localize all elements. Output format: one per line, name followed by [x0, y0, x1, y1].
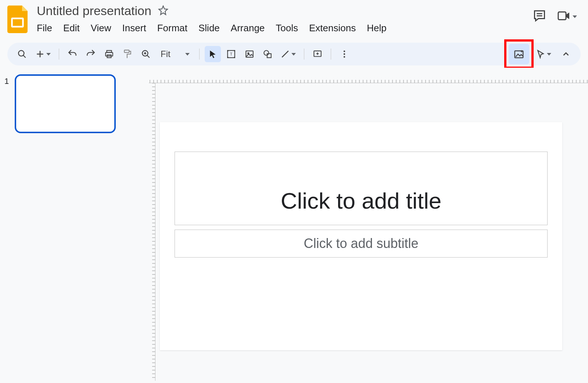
search-menus-button[interactable]: [14, 46, 30, 62]
undo-button[interactable]: [64, 46, 80, 62]
title-area: Untitled presentation File Edit View Ins…: [37, 4, 533, 34]
menu-extensions[interactable]: Extensions: [309, 22, 356, 34]
separator: [304, 49, 304, 60]
menu-format[interactable]: Format: [157, 22, 187, 34]
more-button[interactable]: [336, 46, 352, 62]
svg-line-26: [282, 51, 288, 57]
menu-view[interactable]: View: [91, 22, 111, 34]
slide-thumbnail[interactable]: [15, 74, 116, 133]
menu-help[interactable]: Help: [367, 22, 386, 34]
image-button[interactable]: [241, 46, 258, 62]
horizontal-ruler: [149, 77, 588, 83]
zoom-select[interactable]: Fit: [156, 49, 194, 59]
svg-rect-3: [558, 12, 566, 20]
text-box-button[interactable]: T: [223, 46, 239, 62]
zoom-label: Fit: [161, 49, 171, 59]
vertical-ruler: [149, 83, 155, 381]
menu-file[interactable]: File: [37, 22, 52, 34]
slides-logo[interactable]: [7, 6, 29, 33]
header: Untitled presentation File Edit View Ins…: [0, 0, 588, 40]
menu-bar: File Edit View Insert Format Slide Arran…: [37, 22, 533, 34]
separator: [331, 49, 331, 60]
subtitle-placeholder[interactable]: Click to add subtitle: [175, 230, 548, 258]
workspace: 1 Click to add title Click to add subtit…: [0, 68, 588, 381]
svg-point-32: [344, 56, 345, 57]
document-title[interactable]: Untitled presentation: [37, 4, 151, 18]
svg-line-5: [23, 55, 26, 58]
camera-icon: [557, 9, 570, 24]
svg-point-24: [264, 50, 269, 55]
svg-point-30: [344, 50, 345, 52]
separator: [199, 49, 200, 60]
menu-arrange[interactable]: Arrange: [231, 22, 265, 34]
menu-tools[interactable]: Tools: [276, 22, 298, 34]
select-tool[interactable]: [205, 46, 221, 62]
duet-ai-image-button[interactable]: [509, 44, 529, 64]
svg-rect-18: [234, 50, 235, 51]
slide-canvas[interactable]: Click to add title Click to add subtitle: [160, 122, 562, 350]
star-icon[interactable]: [158, 5, 168, 17]
paint-format-button[interactable]: [119, 46, 136, 62]
svg-rect-9: [105, 53, 113, 56]
chevron-down-icon: [291, 53, 296, 56]
canvas-area: Click to add title Click to add subtitle: [127, 68, 588, 381]
slide-panel: 1: [0, 68, 127, 381]
menu-edit[interactable]: Edit: [63, 22, 80, 34]
pointer-button[interactable]: [533, 46, 554, 62]
redo-button[interactable]: [83, 46, 99, 62]
slide-number: 1: [4, 74, 9, 374]
svg-rect-11: [124, 50, 129, 53]
svg-rect-17: [227, 50, 228, 51]
toolbar: Fit T Create image with Due: [7, 43, 581, 65]
collapse-toolbar-button[interactable]: [558, 46, 574, 62]
svg-line-13: [147, 55, 150, 58]
separator: [59, 49, 59, 60]
svg-point-31: [344, 53, 345, 55]
chevron-down-icon: [46, 53, 51, 56]
chevron-down-icon: [185, 53, 190, 56]
present-button[interactable]: [557, 9, 577, 24]
zoom-button[interactable]: [138, 46, 154, 62]
new-slide-button[interactable]: [32, 46, 54, 62]
line-button[interactable]: [277, 46, 299, 62]
chevron-down-icon: [547, 53, 551, 56]
header-right: [533, 9, 581, 24]
title-placeholder[interactable]: Click to add title: [175, 152, 548, 225]
svg-rect-25: [267, 54, 271, 58]
shape-button[interactable]: [260, 46, 275, 62]
toolbar-right: [509, 44, 574, 64]
svg-text:T: T: [230, 52, 232, 56]
comment-history-icon[interactable]: [533, 9, 546, 24]
menu-insert[interactable]: Insert: [122, 22, 146, 34]
menu-slide[interactable]: Slide: [198, 22, 220, 34]
print-button[interactable]: [101, 46, 117, 62]
svg-point-4: [18, 50, 24, 56]
add-comment-button[interactable]: [309, 46, 326, 62]
svg-rect-20: [234, 57, 235, 58]
chevron-down-icon: [573, 15, 577, 18]
svg-rect-19: [227, 57, 228, 58]
